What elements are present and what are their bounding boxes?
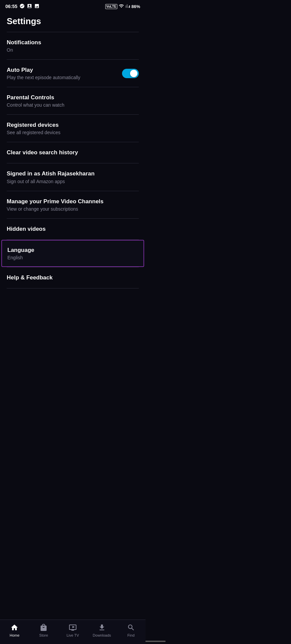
signed-in-title: Signed in as Atish Rajasekharan xyxy=(7,170,139,177)
settings-item-registered-devices[interactable]: Registered devices See all registered de… xyxy=(0,115,146,142)
clear-history-content: Clear video search history xyxy=(7,149,139,156)
autoplay-subtitle: Play the next episode automatically xyxy=(7,75,122,80)
hidden-videos-title: Hidden videos xyxy=(7,225,139,233)
settings-item-hidden-videos[interactable]: Hidden videos xyxy=(0,219,146,239)
page-title: Settings xyxy=(7,16,139,26)
signed-in-subtitle: Sign out of all Amazon apps xyxy=(7,179,139,184)
settings-item-autoplay[interactable]: Auto Play Play the next episode automati… xyxy=(0,60,146,87)
settings-item-help-feedback[interactable]: Help & Feedback xyxy=(0,267,146,288)
autoplay-toggle[interactable] xyxy=(122,69,139,78)
manage-channels-title: Manage your Prime Video Channels xyxy=(7,198,139,205)
autoplay-content: Auto Play Play the next episode automati… xyxy=(7,66,122,80)
settings-item-notifications[interactable]: Notifications On xyxy=(0,32,146,59)
language-content: Language English xyxy=(7,247,138,260)
settings-item-parental-controls[interactable]: Parental Controls Control what you can w… xyxy=(0,87,146,114)
divider-10 xyxy=(7,288,139,288)
signed-in-content: Signed in as Atish Rajasekharan Sign out… xyxy=(7,170,139,184)
language-subtitle: English xyxy=(7,255,138,260)
parental-controls-content: Parental Controls Control what you can w… xyxy=(7,94,139,108)
settings-item-signed-in[interactable]: Signed in as Atish Rajasekharan Sign out… xyxy=(0,163,146,191)
image-icon xyxy=(34,3,40,10)
settings-item-manage-channels[interactable]: Manage your Prime Video Channels View or… xyxy=(0,191,146,218)
status-bar: 06:55 VoLTE xyxy=(0,0,146,12)
clear-history-title: Clear video search history xyxy=(7,149,139,156)
registered-devices-subtitle: See all registered devices xyxy=(7,130,139,135)
registered-devices-title: Registered devices xyxy=(7,121,139,129)
notifications-content: Notifications On xyxy=(7,39,139,53)
manage-channels-content: Manage your Prime Video Channels View or… xyxy=(7,198,139,212)
status-time: 06:55 xyxy=(5,4,17,9)
help-feedback-content: Help & Feedback xyxy=(7,274,139,281)
language-title: Language xyxy=(7,247,138,254)
task-done-icon xyxy=(19,3,25,10)
hidden-videos-content: Hidden videos xyxy=(7,225,139,233)
wifi-icon xyxy=(119,3,124,9)
manage-channels-subtitle: View or change your subscriptions xyxy=(7,206,139,212)
volte-icon: VoLTE xyxy=(105,4,117,9)
settings-item-clear-history[interactable]: Clear video search history xyxy=(0,142,146,163)
notifications-subtitle: On xyxy=(7,47,139,53)
settings-item-language[interactable]: Language English xyxy=(1,240,144,267)
battery-percentage: 86% xyxy=(131,4,140,9)
signal-icon xyxy=(125,3,130,9)
settings-list: Notifications On Auto Play Play the next… xyxy=(0,32,146,288)
status-left: 06:55 xyxy=(5,3,40,10)
parental-controls-subtitle: Control what you can watch xyxy=(7,102,139,108)
help-feedback-title: Help & Feedback xyxy=(7,274,139,281)
registered-devices-content: Registered devices See all registered de… xyxy=(7,121,139,135)
notifications-title: Notifications xyxy=(7,39,139,46)
notification-icon xyxy=(27,3,32,10)
autoplay-title: Auto Play xyxy=(7,66,122,74)
header: Settings xyxy=(0,12,146,32)
main-content: Settings Notifications On Auto Play Play… xyxy=(0,12,146,319)
parental-controls-title: Parental Controls xyxy=(7,94,139,101)
status-right: VoLTE 86% xyxy=(105,3,140,9)
